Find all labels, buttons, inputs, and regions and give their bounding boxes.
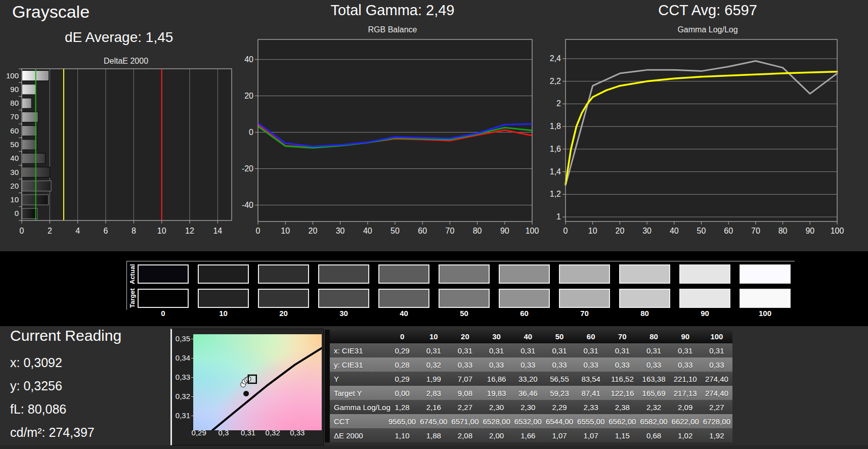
table-cell: 122,16 — [606, 389, 638, 397]
svg-text:1,2: 1,2 — [550, 190, 561, 198]
svg-text:12: 12 — [185, 227, 194, 235]
table-cell: 1,28 — [386, 403, 418, 412]
cie-chromaticity-chart: 0,350,340,330,320,310,290,30,310,320,33 — [170, 329, 324, 445]
table-cell: 1,99 — [418, 375, 449, 383]
swatch-level-label: 20 — [258, 309, 309, 318]
table-cell: 2,83 — [418, 389, 449, 397]
svg-text:20: 20 — [244, 92, 253, 100]
cie-x-tick — [248, 426, 249, 428]
cie-y-tick-label: 0,32 — [173, 392, 190, 401]
deltae-2000-bar-chart: 100908070605040302010002468101214 — [0, 66, 238, 243]
table-cell: 2,29 — [544, 403, 575, 412]
total-gamma-readout: Total Gamma: 2,49 — [238, 2, 547, 19]
gamma-loglog-line-chart: 2,42,221,81,61,41,2101020304050607080901… — [547, 31, 868, 248]
swatch-actual-0 — [138, 264, 189, 284]
table-cell: 0,00 — [386, 389, 418, 397]
table-cell: 274,40 — [701, 375, 732, 383]
table-header-level-30: 30 — [481, 332, 512, 341]
svg-text:20: 20 — [10, 182, 19, 190]
table-cell: 2,32 — [638, 403, 669, 412]
table-cell: 56,55 — [544, 375, 575, 383]
table-cell: 6745,00 — [418, 417, 449, 426]
table-cell: 0,68 — [638, 431, 669, 440]
reading-cdm2: cd/m²: 274,397 — [10, 425, 95, 440]
de-average-readout: dE Average: 1,45 — [65, 29, 173, 46]
table-cell: 6528,00 — [481, 417, 512, 426]
svg-text:90: 90 — [500, 227, 509, 235]
table-cell: 2,27 — [449, 403, 481, 412]
swatch-level-label: 90 — [679, 309, 730, 318]
cie-y-tick-label: 0,34 — [173, 353, 190, 363]
swatch-target-0 — [138, 289, 189, 308]
current-reading-title: Current Reading — [10, 327, 121, 344]
svg-text:6: 6 — [104, 227, 108, 235]
table-header-level-80: 80 — [638, 332, 669, 341]
table-cell: 6622,00 — [670, 417, 701, 426]
table-row-label: x: CIE31 — [330, 346, 386, 355]
charts-section: Grayscale dE Average: 1,45 DeltaE 2000 1… — [0, 0, 868, 251]
daylight-locus-curve — [212, 348, 322, 430]
swatch-target-30 — [318, 289, 369, 308]
cie-plot-area — [193, 334, 322, 430]
svg-text:70: 70 — [446, 227, 455, 235]
swatch-actual-30 — [318, 264, 369, 284]
svg-text:0: 0 — [563, 227, 568, 235]
svg-text:2: 2 — [556, 99, 561, 108]
table-cell: 19,83 — [481, 389, 512, 397]
cie-x-tick-label: 0,29 — [187, 428, 211, 437]
cie-point-black — [243, 391, 249, 396]
swatch-actual-100 — [740, 264, 791, 284]
svg-text:0: 0 — [15, 209, 19, 217]
table-cell: 1,07 — [575, 431, 606, 440]
svg-text:60: 60 — [724, 227, 733, 235]
table-cell: 217,13 — [670, 389, 701, 397]
svg-text:50: 50 — [390, 227, 400, 235]
table-cell: 0,31 — [449, 346, 481, 355]
table-cell: 0,29 — [386, 375, 418, 383]
table-cell: 0,33 — [481, 361, 512, 369]
table-cell: 2,30 — [481, 403, 512, 412]
swatch-level-label: 50 — [439, 309, 490, 318]
table-cell: 0,33 — [544, 361, 575, 369]
svg-text:0: 0 — [249, 128, 253, 137]
table-header-level-100: 100 — [701, 332, 732, 341]
svg-text:0: 0 — [256, 227, 261, 235]
svg-text:30: 30 — [336, 227, 345, 235]
swatch-level-label: 60 — [499, 309, 550, 318]
svg-text:50: 50 — [10, 140, 19, 149]
page-title: Grayscale — [12, 2, 90, 22]
svg-text:10: 10 — [157, 227, 166, 235]
svg-text:1: 1 — [556, 212, 561, 221]
table-cell: 0,31 — [544, 346, 575, 355]
table-cell: 0,33 — [670, 361, 701, 369]
table-cell: 16,86 — [481, 375, 512, 383]
table-header-level-10: 10 — [418, 332, 449, 341]
table-cell: 0,31 — [512, 346, 544, 355]
table-cell: 274,40 — [701, 389, 732, 397]
svg-text:100: 100 — [526, 227, 539, 235]
swatch-target-90 — [679, 289, 730, 308]
table-cell: 83,54 — [575, 375, 606, 383]
swatch-level-label: 100 — [740, 309, 791, 318]
window-bottom-edge — [0, 445, 868, 449]
table-cell: 2,08 — [449, 431, 481, 440]
svg-text:90: 90 — [805, 227, 814, 235]
svg-text:40: 40 — [10, 154, 19, 162]
table-row-label: Y — [330, 375, 386, 383]
cct-average-readout: CCT Avg: 6597 — [547, 2, 868, 19]
table-row-cct: CCT9565,006745,006571,006528,006532,0065… — [330, 414, 732, 428]
reading-x: x: 0,3092 — [10, 355, 62, 370]
table-cell: 59,23 — [544, 389, 575, 397]
svg-text:2: 2 — [48, 227, 52, 235]
cie-x-tick — [199, 426, 199, 428]
swatch-level-labels: 0102030405060708090100 — [138, 309, 791, 318]
svg-text:10: 10 — [10, 195, 19, 204]
svg-text:-20: -20 — [242, 164, 253, 173]
table-header-level-50: 50 — [544, 332, 575, 341]
table-cell: 87,41 — [575, 389, 606, 397]
table-cell: 0,33 — [449, 361, 481, 369]
rgb-balance-line-chart: 40200-20-400102030405060708090100 — [238, 31, 547, 248]
table-row-target-y: Target Y0,002,839,0819,8336,4659,2387,41… — [330, 386, 732, 400]
swatch-target-80 — [619, 289, 670, 308]
svg-text:80: 80 — [778, 227, 788, 235]
